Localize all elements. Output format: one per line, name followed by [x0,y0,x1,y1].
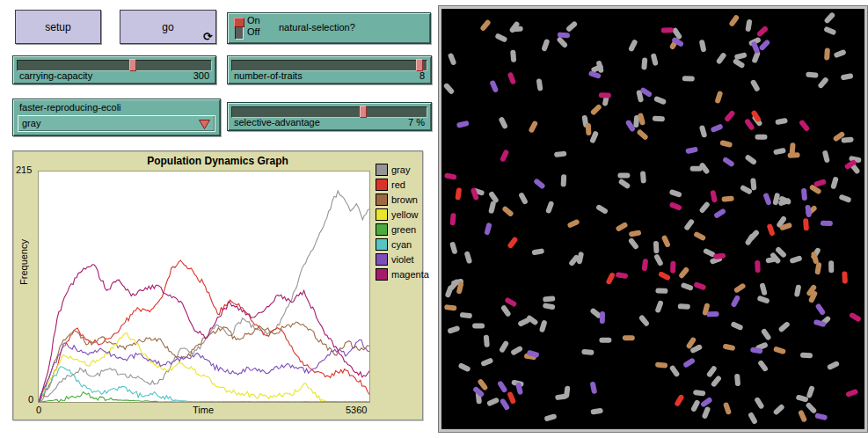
bacterium-gray [500,304,512,318]
bacterium-gray [653,96,667,106]
plot-line-gray [39,191,369,402]
bacterium-gray [690,399,701,412]
legend-swatch-red [376,179,388,191]
bacterium-gray [653,253,664,266]
bacterium-brown [444,304,457,310]
switch-knob[interactable] [234,18,244,27]
chooser-dropdown[interactable]: gray [18,115,215,132]
bacterium-gray [750,178,756,191]
bacterium-violet [713,208,726,219]
bacterium-gray [744,154,757,165]
legend-label: violet [391,254,414,265]
bacterium-gray [841,73,854,81]
bacterium-gray [706,365,718,378]
bacterium-red [605,272,616,285]
bacterium-magenta [799,119,810,132]
bacterium-violet [801,188,807,201]
bacterium-gray [730,321,743,331]
bacterium-red [455,187,462,201]
plot-lines [39,172,369,402]
bacterium-gray [484,335,490,347]
bacterium-violet [730,295,740,308]
bacterium-brown [615,222,628,232]
population-dynamics-plot: Population Dynamics Graph 215 Frequency … [12,150,423,420]
triangle-down-icon [199,120,210,129]
bacterium-gray [750,79,761,92]
bacterium-gray [653,115,665,121]
legend-item-red: red [376,178,429,192]
legend-label: brown [391,194,418,205]
selective-advantage-slider[interactable]: selective-advantage 7 % [227,102,432,131]
bacterium-gray [463,251,472,264]
bacterium-violet [558,32,570,38]
bacterium-gray [510,346,523,356]
bacterium-gray [449,241,458,254]
bacterium-magenta [504,296,517,307]
bacterium-gray [590,408,603,415]
setup-button-label: setup [45,21,70,33]
bacterium-gray [748,412,758,425]
bacterium-red [658,271,671,281]
bacterium-magenta [724,110,736,123]
bacterium-red [803,218,809,230]
switch-on-label: On [247,15,260,26]
slider-knob[interactable] [416,59,423,71]
bacterium-violet [762,193,771,206]
bacterium-brown [501,206,514,218]
bacterium-brown [814,262,821,275]
bacterium-gray [823,11,835,24]
legend-label: yellow [391,209,419,220]
bacterium-gray [841,136,854,142]
slider-knob[interactable] [129,59,136,71]
bacterium-brown [728,14,740,27]
carrying-capacity-slider[interactable]: carrying-capacity 300 [12,55,216,84]
bacterium-magenta [444,172,457,179]
bacterium-gray [698,201,711,215]
bacterium-gray [683,218,695,231]
bacterium-gray [541,39,550,52]
slider-knob[interactable] [360,106,367,118]
bacterium-violet [533,178,546,189]
bacterium-gray [822,150,830,163]
natural-selection-switch[interactable]: On Off natural-selection? [227,12,431,44]
chooser-label: faster-reproducing-ecoli [19,102,121,113]
setup-button[interactable]: setup [15,10,101,44]
bacterium-brown [723,343,736,351]
switch-track[interactable] [235,18,244,40]
legend-label: magenta [391,269,429,280]
bacterium-magenta [642,259,649,272]
bacterium-violet [700,397,713,408]
bacterium-brown [586,123,592,135]
bacterium-gray [773,404,785,416]
bacterium-gray [628,39,638,52]
bacterium-violet [710,123,723,133]
bacterium-gray [817,77,829,90]
legend-swatch-green [376,223,388,236]
bacterium-violet [814,412,828,420]
bacterium-violet [456,120,470,128]
bacterium-red [750,110,762,123]
bacterium-brown [528,120,538,134]
faster-reproducing-ecoli-chooser[interactable]: faster-reproducing-ecoli gray [12,99,221,136]
go-button[interactable]: go ⟳ [120,10,216,44]
bacterium-magenta [616,272,629,279]
number-of-traits-slider[interactable]: number-of-traits 8 [227,55,432,84]
bacterium-gray [699,125,708,138]
bacterium-brown [773,346,786,354]
bacterium-gray [638,314,650,327]
bacterium-gray [754,397,765,410]
switch-caption: natural-selection? [279,22,355,33]
bacterium-magenta [669,201,682,211]
bacterium-gray [678,303,690,310]
chooser-selected-value: gray [22,118,40,128]
legend-swatch-gray [376,164,388,176]
bacterium-brown [719,140,733,148]
bacterium-brown [629,230,642,237]
bacterium-brown [798,409,807,422]
bacterium-gray [773,148,786,156]
bacterium-gray [699,40,707,53]
bacterium-gray [581,349,594,355]
bacterium-gray [789,255,802,264]
bacterium-gray [806,385,815,398]
bacterium-gray [651,53,659,66]
